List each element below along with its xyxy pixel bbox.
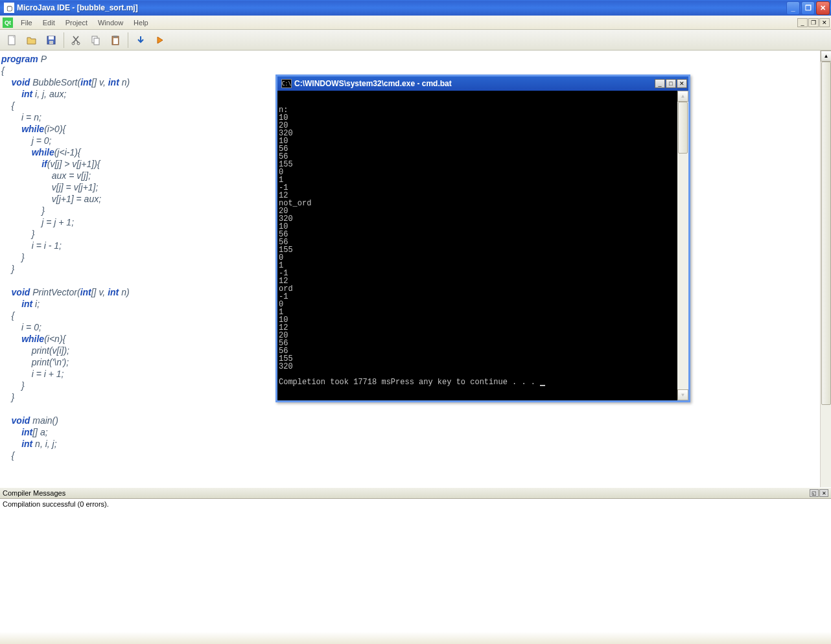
svg-rect-10 — [113, 38, 118, 44]
svg-rect-2 — [49, 36, 54, 40]
compiler-float-button[interactable]: ◱ — [810, 489, 819, 497]
cmd-icon: C:\ — [281, 79, 292, 88]
save-button[interactable] — [43, 32, 60, 49]
cmd-minimize-button[interactable]: _ — [655, 79, 665, 88]
menu-edit[interactable]: Edit — [38, 17, 60, 28]
compiler-message: Compilation successful (0 errors). — [3, 500, 109, 508]
compiler-body[interactable]: Compilation successful (0 errors). — [0, 499, 831, 631]
svg-rect-3 — [49, 41, 53, 44]
cmd-maximize-button[interactable]: □ — [666, 79, 676, 88]
cmd-scrollbar[interactable]: ▲ ▼ — [677, 91, 688, 400]
toolbar-separator — [128, 32, 128, 48]
cmd-scroll-down-button[interactable]: ▼ — [677, 389, 688, 400]
app-icon: ▢ — [4, 3, 14, 13]
scroll-thumb[interactable] — [821, 62, 831, 405]
cmd-content[interactable]: n:102032010565615501-112not_ord203201056… — [277, 91, 688, 400]
menu-window[interactable]: Window — [93, 17, 128, 28]
menu-file[interactable]: File — [16, 17, 38, 28]
minimize-button[interactable]: _ — [786, 1, 800, 15]
menu-help[interactable]: Help — [128, 17, 154, 28]
compile-button[interactable] — [132, 32, 149, 49]
mdi-restore-button[interactable]: ❐ — [808, 18, 819, 27]
compiler-panel: Compiler Messages ◱ ✕ Compilation succes… — [0, 487, 831, 631]
svg-rect-9 — [113, 36, 117, 38]
svg-rect-7 — [94, 38, 99, 45]
titlebar-buttons: _ ❐ ✕ — [786, 1, 830, 15]
mdi-close-button[interactable]: ✕ — [819, 18, 830, 27]
mdi-minimize-button[interactable]: _ — [797, 18, 808, 27]
toolbar-separator — [64, 32, 64, 48]
copy-button[interactable] — [88, 32, 104, 49]
cmd-window: C:\ C:\WINDOWS\system32\cmd.exe - cmd.ba… — [275, 75, 690, 402]
menubar: Qt File Edit Project Window Help _ ❐ ✕ — [0, 16, 831, 30]
toolbar — [0, 30, 831, 51]
cmd-title: C:\WINDOWS\system32\cmd.exe - cmd.bat — [294, 79, 655, 88]
paste-button[interactable] — [107, 32, 124, 49]
mdi-controls: _ ❐ ✕ — [797, 18, 830, 27]
compiler-header-buttons: ◱ ✕ — [810, 489, 828, 497]
window-title: MicroJava IDE - [bubble_sort.mj] — [17, 3, 786, 12]
cmd-titlebar-buttons: _ □ ✕ — [655, 79, 687, 88]
statusbar — [0, 631, 831, 644]
cmd-titlebar[interactable]: C:\ C:\WINDOWS\system32\cmd.exe - cmd.ba… — [277, 76, 688, 91]
compiler-close-button[interactable]: ✕ — [819, 489, 828, 497]
scroll-up-button[interactable]: ▲ — [821, 51, 831, 62]
qt-icon: Qt — [3, 17, 13, 28]
titlebar: ▢ MicroJava IDE - [bubble_sort.mj] _ ❐ ✕ — [0, 0, 831, 16]
cmd-close-button[interactable]: ✕ — [677, 79, 687, 88]
close-button[interactable]: ✕ — [816, 1, 830, 15]
cmd-output: n:102032010565615501-112not_ord203201056… — [279, 106, 687, 386]
compiler-title: Compiler Messages — [3, 489, 810, 497]
maximize-button[interactable]: ❐ — [801, 1, 815, 15]
compiler-header: Compiler Messages ◱ ✕ — [0, 487, 831, 499]
new-button[interactable] — [4, 32, 21, 49]
cut-button[interactable] — [68, 32, 85, 49]
cmd-scroll-thumb[interactable] — [678, 102, 688, 154]
run-button[interactable] — [152, 32, 169, 49]
open-button[interactable] — [23, 32, 40, 49]
cmd-scroll-up-button[interactable]: ▲ — [677, 91, 688, 102]
menu-project[interactable]: Project — [60, 17, 93, 28]
